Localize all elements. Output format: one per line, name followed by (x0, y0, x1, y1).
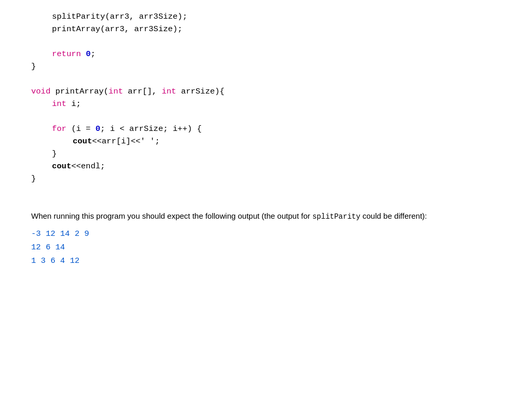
output-line-1: -3 12 14 2 9 (31, 227, 501, 241)
code-line-blank-1 (31, 35, 501, 48)
code-line-close-brace-3: } (31, 172, 501, 185)
keyword-int-1: int (109, 87, 123, 96)
code-line-1: splitParity(arr3, arr3Size); (31, 10, 501, 23)
code-line-int-i: int i; (31, 98, 501, 110)
code-line-close-brace-2: } (31, 148, 501, 160)
code-line-blank-2 (31, 73, 501, 85)
code-line-return: return 0; (31, 48, 501, 60)
code-line-for: for (i = 0; i < arrSize; i++) { (31, 123, 501, 135)
code-line-cout-arr: cout<<arr[i]<<' '; (31, 135, 501, 148)
fn-call-printarray: printArray(arr3, arr3Size); (52, 24, 182, 34)
code-line-close-brace-1: } (31, 60, 501, 73)
brace-close-2: } (52, 149, 57, 158)
keyword-void: void (31, 87, 50, 96)
keyword-for: for (52, 124, 66, 134)
output-line-2: 12 6 14 (31, 241, 501, 254)
keyword-int-3: int (52, 99, 66, 109)
prose-description: When running this program you should exp… (31, 210, 501, 222)
code-line-func-sig: void printArray(int arr[], int arrSize){ (31, 85, 501, 98)
code-line-blank-3 (31, 110, 501, 123)
literal-zero-2: 0 (96, 124, 100, 134)
fn-call-splitparity: splitParity(arr3, arr3Size); (52, 12, 187, 21)
keyword-int-2: int (162, 87, 176, 96)
keyword-return: return (52, 49, 81, 59)
code-line-2: printArray(arr3, arr3Size); (31, 23, 501, 35)
brace-close: } (31, 62, 36, 71)
output-section: -3 12 14 2 9 12 6 14 1 3 6 4 12 (31, 227, 501, 268)
keyword-cout-2: cout (52, 162, 71, 171)
brace-close-3: } (31, 174, 36, 183)
prose-text-2: could be different): (361, 211, 427, 220)
prose-text-1: When running this program you should exp… (31, 211, 310, 220)
prose-inline-code: splitParity (312, 212, 360, 221)
keyword-cout-1: cout (73, 137, 92, 146)
code-line-cout-endl: cout<<endl; (31, 160, 501, 172)
section-gap (31, 201, 501, 210)
code-block: splitParity(arr3, arr3Size); printArray(… (31, 10, 501, 185)
output-line-3: 1 3 6 4 12 (31, 254, 501, 268)
